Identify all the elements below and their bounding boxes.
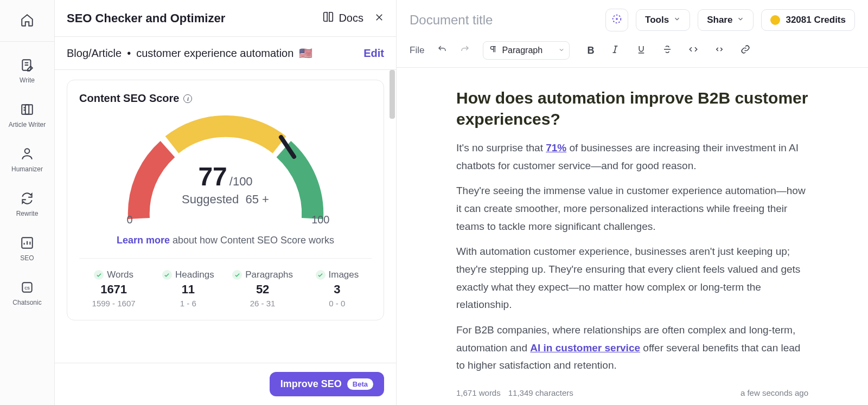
share-button[interactable]: Share (698, 9, 754, 31)
suggested-prefix: Suggested (182, 192, 239, 206)
redo-button[interactable] (460, 44, 470, 57)
chevron-down-icon (558, 46, 565, 55)
embed-button[interactable] (714, 44, 724, 56)
svg-point-9 (616, 18, 618, 20)
block-style-label: Paragraph (502, 46, 542, 55)
nav-label: Article Writer (9, 121, 46, 128)
credits-button[interactable]: 32081 Credits (761, 9, 855, 31)
article-paragraph: With automation customer experience, bus… (456, 243, 808, 314)
metric-headings: Headings 11 1 - 6 (154, 269, 222, 308)
article-paragraph: It's no surprise that 71% of businesses … (456, 139, 808, 175)
code-icon (688, 47, 698, 56)
metric-images: Images 3 0 - 0 (303, 269, 372, 308)
metric-range: 0 - 0 (329, 299, 345, 308)
document-title-input[interactable]: Document title (410, 12, 605, 28)
link-icon (741, 47, 750, 56)
underline-icon (636, 47, 646, 56)
stat-link[interactable]: 71% (546, 142, 566, 153)
metric-words: Words 1671 1599 - 1607 (79, 269, 148, 308)
article-paragraph: They're seeing the immense value in cust… (456, 182, 808, 235)
article-heading: How does automation improve B2B customer… (456, 87, 808, 130)
nav-article-writer[interactable]: Article Writer (0, 100, 54, 131)
improve-label: Improve SEO (280, 378, 342, 390)
metric-name: Headings (175, 269, 214, 280)
docs-button[interactable]: Docs (322, 11, 363, 25)
nav-seo[interactable]: SEO (0, 234, 54, 264)
country-flag: 🇺🇸 (299, 47, 312, 60)
editor-body[interactable]: How does automation improve B2B customer… (397, 68, 868, 384)
tools-button[interactable]: Tools (636, 9, 690, 31)
share-label: Share (707, 15, 732, 25)
close-panel-button[interactable] (374, 12, 384, 24)
nav-label: SEO (20, 254, 34, 262)
embed-icon (714, 47, 724, 56)
gauge-max: 100 (311, 214, 329, 226)
svg-point-3 (25, 149, 30, 153)
humanizer-icon (20, 147, 34, 163)
italic-button[interactable] (610, 44, 620, 56)
code-button[interactable] (688, 44, 698, 56)
pilcrow-icon (489, 45, 497, 56)
seo-score-value: 77 (198, 162, 227, 191)
metric-range: 1 - 6 (180, 299, 196, 308)
chevron-down-icon (737, 15, 744, 25)
metric-value: 52 (256, 282, 269, 297)
check-icon (232, 270, 242, 280)
rewrite-icon (20, 191, 34, 208)
check-icon (94, 270, 104, 280)
underline-button[interactable] (636, 44, 646, 56)
home-icon (20, 13, 34, 29)
metric-range: 26 - 31 (250, 299, 276, 308)
wand-icon (611, 13, 623, 27)
seo-panel: SEO Checker and Optimizer Docs Blog/Arti… (55, 0, 397, 405)
credits-value: 32081 Credits (786, 15, 846, 25)
article-icon (20, 102, 34, 119)
learn-more-suffix: about how Content SEO Score works (170, 235, 334, 246)
check-icon (162, 270, 172, 280)
editor-panel: Document title Tools Share 32081 Credits (397, 0, 868, 405)
file-menu[interactable]: File (410, 45, 424, 56)
gauge-min: 0 (127, 214, 133, 226)
chevron-down-icon (673, 15, 681, 25)
bold-button[interactable]: B (587, 45, 594, 56)
paragraph-style-dropdown[interactable]: Paragraph (483, 41, 570, 60)
char-count: 11,349 characters (508, 388, 573, 397)
write-icon (20, 58, 34, 74)
chatsonic-icon: cs (20, 280, 34, 297)
metric-name: Words (107, 269, 133, 280)
nav-write[interactable]: Write (0, 56, 54, 86)
learn-more-link[interactable]: Learn more (117, 235, 170, 246)
target-keyword: customer experience automation (136, 47, 293, 60)
metric-value: 1671 (100, 282, 127, 297)
undo-button[interactable] (437, 44, 447, 57)
nav-label: Write (20, 76, 35, 84)
left-sidebar: Write Article Writer Humanizer Rewrite S… (0, 0, 55, 405)
improve-seo-button[interactable]: Improve SEO Beta (270, 372, 384, 396)
docs-label: Docs (339, 12, 363, 24)
seo-gauge: 77/100 Suggested 65 + 0 100 (117, 110, 334, 229)
link-button[interactable] (741, 44, 750, 56)
nav-label: Humanizer (11, 165, 43, 173)
nav-chatsonic[interactable]: cs Chatsonic (0, 278, 54, 308)
svg-line-12 (615, 46, 616, 53)
coin-icon (770, 15, 780, 25)
nav-rewrite[interactable]: Rewrite (0, 189, 54, 220)
article-paragraph: For B2B companies, where relationships a… (456, 322, 808, 375)
nav-humanizer[interactable]: Humanizer (0, 145, 54, 175)
metric-value: 3 (334, 282, 340, 297)
score-max: /100 (229, 175, 253, 188)
scrollbar-thumb[interactable] (390, 70, 395, 119)
edit-meta-button[interactable]: Edit (363, 47, 384, 60)
italic-icon (610, 47, 620, 56)
ai-wand-button[interactable] (605, 9, 628, 31)
metric-range: 1599 - 1607 (92, 299, 136, 308)
metric-name: Images (329, 269, 359, 280)
redo-icon (460, 44, 470, 57)
ai-link[interactable]: AI in customer service (530, 342, 640, 353)
strike-button[interactable] (662, 44, 672, 56)
svg-text:cs: cs (24, 285, 30, 291)
metric-paragraphs: Paragraphs 52 26 - 31 (228, 269, 297, 308)
info-icon[interactable]: i (183, 94, 192, 103)
nav-home[interactable] (0, 11, 54, 31)
undo-icon (437, 44, 447, 57)
